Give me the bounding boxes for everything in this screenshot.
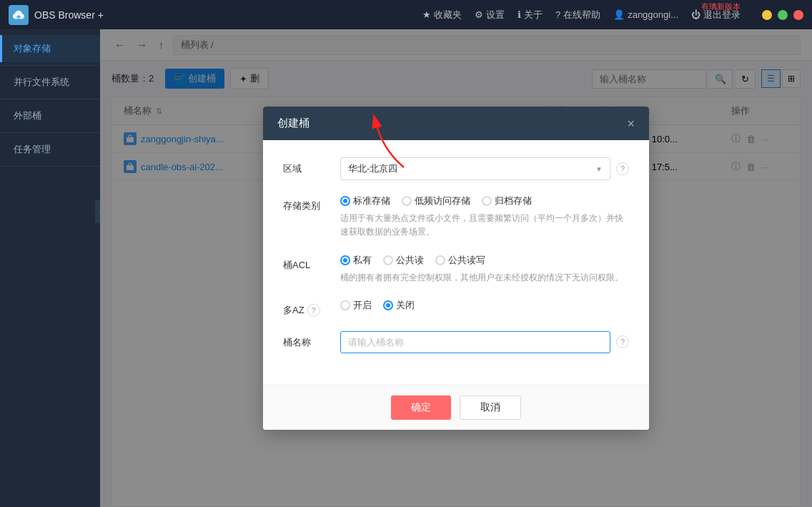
multi-az-on-radio[interactable] bbox=[340, 300, 350, 310]
storage-infrequent-radio[interactable] bbox=[402, 196, 412, 206]
acl-public-readwrite[interactable]: 公共读写 bbox=[435, 254, 485, 267]
sidebar-item-task-mgmt[interactable]: 任务管理 bbox=[0, 136, 100, 163]
help-nav[interactable]: ? 在线帮助 bbox=[555, 9, 600, 21]
sidebar-divider-2 bbox=[0, 99, 100, 99]
sidebar-divider-1 bbox=[0, 65, 100, 66]
close-button[interactable]: ✕ bbox=[793, 10, 803, 20]
modal-close-button[interactable]: × bbox=[627, 117, 635, 130]
region-help-icon[interactable]: ? bbox=[616, 162, 629, 175]
multi-az-on[interactable]: 开启 bbox=[340, 299, 372, 312]
storage-standard-radio[interactable] bbox=[340, 196, 350, 206]
region-select[interactable]: 华北-北京四 ▼ bbox=[340, 157, 610, 180]
select-arrow-icon: ▼ bbox=[595, 165, 603, 173]
multi-az-off[interactable]: 关闭 bbox=[383, 299, 415, 312]
user-nav[interactable]: 👤 zanggongi... bbox=[613, 9, 678, 20]
storage-label: 存储类别 bbox=[283, 195, 340, 212]
acl-private[interactable]: 私有 bbox=[340, 254, 372, 267]
sidebar-item-parallel-fs[interactable]: 并行文件系统 bbox=[0, 69, 100, 96]
acl-public-read[interactable]: 公共读 bbox=[383, 254, 424, 267]
cancel-button[interactable]: 取消 bbox=[460, 395, 521, 420]
bucket-name-help-icon[interactable]: ? bbox=[616, 335, 629, 348]
sidebar: 对象存储 并行文件系统 外部桶 任务管理 bbox=[0, 29, 100, 507]
multi-az-radio-group: 开启 关闭 bbox=[340, 299, 629, 312]
create-bucket-modal: 创建桶 × 区域 华北-北京四 ▼ ? bbox=[263, 107, 649, 430]
form-row-bucket-name: 桶名称 ? bbox=[283, 331, 629, 353]
bucket-name-input[interactable] bbox=[340, 331, 610, 353]
storage-radio-group: 标准存储 低频访问存储 归档存储 bbox=[340, 195, 629, 207]
acl-radio-group: 私有 公共读 公共读写 bbox=[340, 254, 629, 267]
region-select-wrapper: 华北-北京四 ▼ ? bbox=[340, 157, 629, 180]
modal-body: 区域 华北-北京四 ▼ ? bbox=[263, 140, 649, 385]
acl-public-readwrite-radio[interactable] bbox=[435, 255, 445, 265]
sidebar-divider-4 bbox=[0, 166, 100, 167]
acl-content: 私有 公共读 公共读写 bbox=[340, 254, 629, 285]
window-controls: — □ ✕ bbox=[762, 10, 803, 20]
app-title: OBS Browser + bbox=[34, 9, 422, 21]
form-row-multi-az: 多AZ ? 开启 关闭 bbox=[283, 299, 629, 317]
titlebar-nav: ★ 收藏夹 ⚙ 设置 ℹ 关于 ? 在线帮助 👤 zanggongi... ⏻ … bbox=[422, 9, 803, 21]
acl-label: 桶ACL bbox=[283, 254, 340, 272]
bucket-name-input-wrapper: ? bbox=[340, 331, 629, 353]
content-area: ← → ↑ 桶列表 / 桶数量：2 🪣 创建桶 ✦ 删 🔍 ↻ bbox=[100, 29, 812, 507]
acl-private-radio[interactable] bbox=[340, 255, 350, 265]
acl-public-read-radio[interactable] bbox=[383, 255, 393, 265]
storage-standard[interactable]: 标准存储 bbox=[340, 195, 390, 207]
modal-footer: 确定 取消 bbox=[263, 385, 649, 430]
region-content: 华北-北京四 ▼ ? bbox=[340, 157, 629, 180]
storage-archive[interactable]: 归档存储 bbox=[482, 195, 532, 207]
form-row-acl: 桶ACL 私有 公共读 bbox=[283, 254, 629, 285]
storage-archive-radio[interactable] bbox=[482, 196, 492, 206]
storage-infrequent[interactable]: 低频访问存储 bbox=[402, 195, 470, 207]
multi-az-content: 开启 关闭 bbox=[340, 299, 629, 312]
storage-hint: 适用于有大量热点文件或小文件，且需要频繁访问（平均一个月多次）并快速获取数据的业… bbox=[340, 212, 629, 239]
minimize-button[interactable]: — bbox=[762, 10, 772, 20]
region-label: 区域 bbox=[283, 157, 340, 175]
modal-overlay: 创建桶 × 区域 华北-北京四 ▼ ? bbox=[100, 29, 812, 507]
region-value: 华北-北京四 bbox=[348, 162, 397, 175]
sidebar-item-external-bucket[interactable]: 外部桶 bbox=[0, 102, 100, 129]
modal-header: 创建桶 × bbox=[263, 107, 649, 140]
about-nav[interactable]: ℹ 关于 bbox=[518, 9, 543, 21]
form-row-storage: 存储类别 标准存储 低频访问存储 bbox=[283, 195, 629, 239]
bookmark-nav[interactable]: ★ 收藏夹 bbox=[422, 9, 462, 21]
maximize-button[interactable]: □ bbox=[778, 10, 788, 20]
bucket-name-content: ? bbox=[340, 331, 629, 353]
multi-az-help-icon[interactable]: ? bbox=[307, 304, 320, 317]
multi-az-off-radio[interactable] bbox=[383, 300, 393, 310]
main-layout: 对象存储 并行文件系统 外部桶 任务管理 ‹ ← → ↑ 桶列表 / 桶数量：2… bbox=[0, 29, 812, 507]
confirm-button[interactable]: 确定 bbox=[391, 395, 451, 420]
form-row-region: 区域 华北-北京四 ▼ ? bbox=[283, 157, 629, 180]
bucket-name-label: 桶名称 bbox=[283, 331, 340, 349]
modal-title: 创建桶 bbox=[277, 117, 310, 130]
sidebar-item-object-storage[interactable]: 对象存储 bbox=[0, 35, 100, 62]
version-badge: 有璃新版本 bbox=[701, 1, 741, 12]
titlebar: OBS Browser + 有璃新版本 ★ 收藏夹 ⚙ 设置 ℹ 关于 ? 在线… bbox=[0, 0, 812, 29]
app-logo bbox=[9, 5, 29, 25]
multi-az-label: 多AZ ? bbox=[283, 299, 340, 317]
settings-nav[interactable]: ⚙ 设置 bbox=[475, 9, 505, 21]
storage-content: 标准存储 低频访问存储 归档存储 bbox=[340, 195, 629, 239]
acl-hint: 桶的拥有者拥有完全控制权限，其他用户在未经授权的情况下无访问权限。 bbox=[340, 271, 629, 285]
sidebar-divider-3 bbox=[0, 132, 100, 133]
